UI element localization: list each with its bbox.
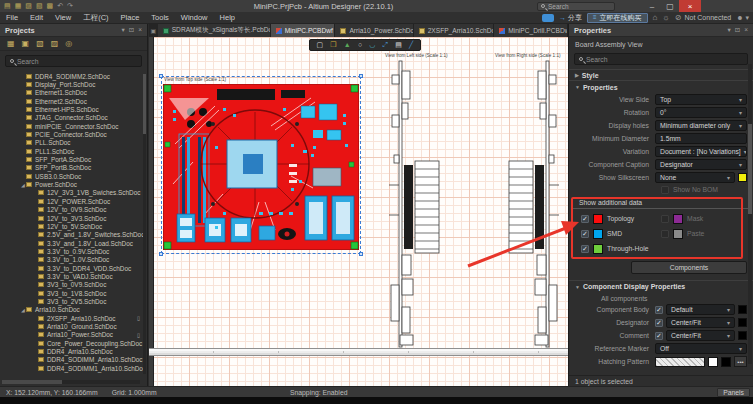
variation-select[interactable]: Document : [No Variations] [655, 146, 747, 157]
place-fill-icon[interactable]: ◡ [369, 41, 375, 49]
checkbox-icon[interactable] [581, 215, 589, 223]
tree-h-scrollbar[interactable] [2, 380, 140, 384]
tree-item[interactable]: 2.5V_and_1.8V_Switches.SchDoc [0, 231, 143, 239]
tree-item[interactable]: PLL.SchDoc [0, 139, 143, 147]
tree-item[interactable]: Ethernet-HPS.SchDoc [0, 105, 143, 113]
tree-item[interactable]: 12V_to_3V3.SchDoc [0, 214, 143, 222]
components-button[interactable]: Components [631, 261, 747, 274]
document-tab[interactable]: MiniPC.PCBDwf * [271, 24, 336, 37]
minimum-diameter-input[interactable]: 1.5mm [655, 133, 747, 144]
board-top-view[interactable]: View from Top side (Scale 1:1) [161, 76, 361, 254]
component-caption-select[interactable]: Designator [655, 159, 747, 170]
tree-item[interactable]: Arria10_Power.SchDoc▯ [0, 331, 143, 339]
selection-handle[interactable] [159, 252, 163, 256]
place-dimension-icon[interactable]: ⤢ [383, 41, 389, 49]
designator-select[interactable]: Center/Fit [666, 317, 735, 328]
place-table-icon[interactable]: ▤ [395, 41, 402, 49]
color-swatch[interactable] [738, 331, 747, 340]
selection-handle[interactable] [359, 252, 363, 256]
pin-icon[interactable]: ⊡ [129, 26, 134, 34]
tree-item[interactable]: SFP_PortB.SchDoc [0, 164, 143, 172]
reference-marker-select[interactable]: Off [655, 343, 747, 354]
document-tab[interactable]: Arria10_Power.SchDoc [335, 24, 413, 37]
paste-toggle[interactable]: Paste [661, 229, 741, 239]
hatching-pattern-preview[interactable] [655, 357, 705, 367]
open-icon[interactable]: ▨ [25, 2, 32, 10]
save-icon[interactable]: ▦ [15, 2, 22, 10]
open-folder-icon[interactable]: ▧ [36, 39, 44, 49]
undo-icon[interactable]: ↶ [57, 2, 63, 10]
buy-online-button[interactable]: ≡立即在线购买 [587, 13, 648, 23]
rotation-select[interactable]: 0° [655, 107, 747, 118]
close-button[interactable]: × [679, 0, 701, 12]
color-swatch[interactable] [593, 244, 603, 254]
mask-toggle[interactable]: Mask [661, 214, 741, 224]
document-tab[interactable]: MiniPC_Drill.PCBDwf [494, 24, 568, 37]
global-search-input[interactable]: Search [537, 2, 615, 11]
color-swatch[interactable] [593, 214, 603, 224]
tree-scrollbar[interactable] [143, 74, 146, 374]
draftsman-canvas[interactable]: ▢❒▲○◡⤢▤╱ View from Top side (Scale 1:1) [149, 37, 568, 386]
menu-tools[interactable]: Tools [145, 12, 175, 24]
show-no-bom-checkbox[interactable]: Show No BOM [569, 184, 753, 195]
checkbox-icon[interactable] [581, 245, 589, 253]
tree-item[interactable]: Ethernet2.SchDoc [0, 97, 143, 105]
panel-menu-icon[interactable]: ▾ [121, 26, 124, 34]
checkbox-icon[interactable] [661, 230, 669, 238]
display-holes-select[interactable]: Minimum diameter only [655, 120, 747, 131]
tree-item[interactable]: 3.3V_to_1.0V.SchDoc [0, 256, 143, 264]
tree-item[interactable]: DDR4_Arria10.SchDoc [0, 347, 143, 355]
properties-scrollbar[interactable] [748, 64, 752, 364]
pin-icon[interactable]: ⊡ [735, 26, 740, 34]
menu-edit[interactable]: Edit [24, 12, 49, 24]
place-polygon-icon[interactable]: ▲ [344, 41, 351, 49]
tree-item[interactable]: USB3.0.SchDoc [0, 172, 143, 180]
menu-place[interactable]: Place [115, 12, 146, 24]
tree-item[interactable]: ◢Arria10.SchDoc [0, 306, 143, 314]
tree-item[interactable]: 3.3V_to_VADJ.SchDoc [0, 272, 143, 280]
view-side-select[interactable]: Top [655, 94, 747, 105]
checkbox-icon[interactable] [661, 215, 669, 223]
place-component-icon[interactable]: ❒ [330, 41, 336, 49]
comment-select[interactable]: Center/Fit [666, 330, 735, 341]
tree-item[interactable]: 12V_3V3_1VB_Swiches.SchDoc [0, 189, 143, 197]
color-swatch[interactable] [738, 173, 747, 182]
tree-item[interactable]: DDR4_SODIMM_Arria10.SchDoc [0, 356, 143, 364]
tree-item[interactable]: DDR4_SODIMM2.SchDoc [0, 72, 143, 80]
properties-section-header[interactable]: ▼ Properties [569, 81, 753, 93]
settings-icon[interactable]: ◎ [65, 39, 72, 49]
menu-window[interactable]: Window [175, 12, 214, 24]
panels-button[interactable]: Panels [717, 388, 750, 397]
component-display-section-header[interactable]: ▼ Component Display Properties [569, 280, 753, 292]
tree-item[interactable]: PLL1.SchDoc [0, 147, 143, 155]
comment-icon[interactable] [542, 14, 554, 22]
smd-toggle[interactable]: SMD [581, 229, 661, 239]
share-button[interactable]: →分享 [559, 13, 582, 23]
checkbox-icon[interactable] [655, 332, 663, 340]
close-icon[interactable]: × [744, 26, 748, 34]
tree-item[interactable]: ◢Power.SchDoc [0, 180, 143, 188]
hatching-more-button[interactable]: ••• [734, 356, 747, 367]
component-body-select[interactable]: Default [666, 304, 735, 315]
tree-item[interactable]: PCIE_Connector.SchDoc [0, 130, 143, 138]
projects-search-input[interactable]: Search [5, 55, 142, 67]
menu-file[interactable]: File [0, 12, 24, 24]
save-project-icon[interactable]: ▦ [7, 39, 15, 49]
hatch-background-swatch[interactable] [721, 357, 731, 367]
document-tab[interactable]: 2XSFP_Arria10.SchDoc [414, 24, 495, 37]
tree-item[interactable]: 3.3V_to_DDR4_VDD.SchDoc [0, 264, 143, 272]
tree-item[interactable]: 12V_POWER.SchDoc [0, 197, 143, 205]
checkbox-icon[interactable] [655, 319, 663, 327]
settings-gear-icon[interactable]: ☼ [662, 13, 669, 23]
place-board-icon[interactable]: ▢ [317, 41, 324, 49]
user-menu[interactable]: ☻ ▾ [736, 14, 749, 22]
tree-item[interactable]: Display_Port.SchDoc [0, 80, 143, 88]
place-line-icon[interactable]: ╱ [409, 41, 413, 49]
tree-item[interactable]: 3.3V_to_0.9V.SchDoc [0, 247, 143, 255]
board-left-view[interactable] [387, 59, 457, 355]
show-silkscreen-select[interactable]: None [655, 172, 735, 183]
tree-item[interactable]: JTAG_Connector.SchDoc [0, 114, 143, 122]
tree-item[interactable]: 3.3V_and_1.8V_Load.SchDoc [0, 239, 143, 247]
tree-item[interactable]: Arria10_Ground.SchDoc [0, 322, 143, 330]
checkbox-icon[interactable] [581, 230, 589, 238]
